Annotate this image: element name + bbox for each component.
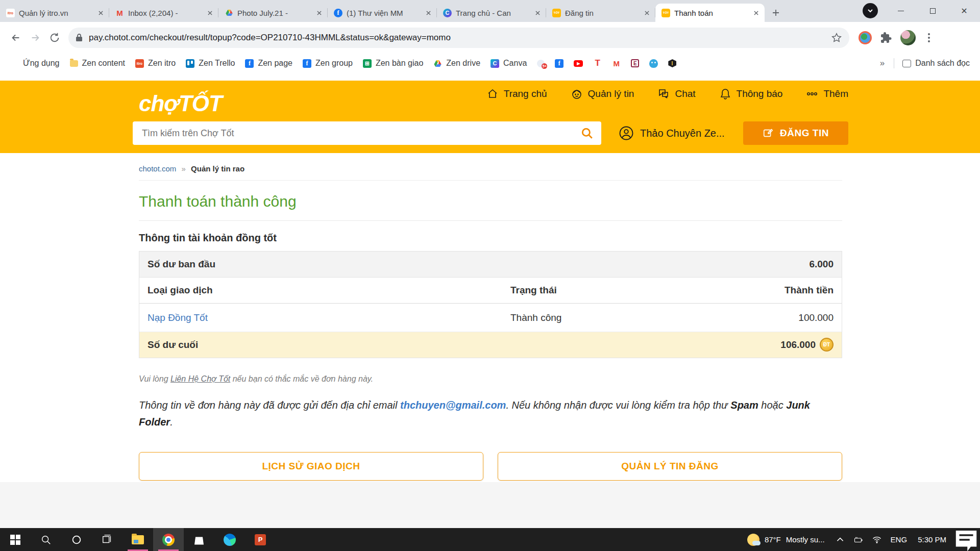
facebook-icon: f [334, 9, 342, 17]
weather-widget[interactable]: 87°F Mostly su... [741, 534, 831, 546]
store-icon [194, 535, 204, 545]
bookmark-apps[interactable]: Ứng dụng [5, 56, 65, 71]
close-icon[interactable] [205, 8, 214, 17]
close-icon[interactable] [751, 8, 761, 17]
tab-gmail-inbox[interactable]: M Inbox (2,204) - [109, 4, 218, 22]
minimize-button[interactable] [885, 0, 917, 22]
bookmark-label: Zen content [82, 59, 126, 68]
cortana-button[interactable] [61, 528, 92, 551]
bookmark-gmail[interactable]: M [607, 56, 626, 71]
bookmark-zen-group[interactable]: f Zen group [298, 56, 358, 71]
chotot-logo[interactable]: chợTỐT [139, 91, 222, 116]
edge-button[interactable] [214, 528, 245, 551]
account-menu[interactable]: Thảo Chuyên Ze... [619, 126, 725, 141]
address-bar[interactable]: pay.chotot.com/checkout/result/topup?cod… [68, 28, 849, 48]
profile-avatar[interactable] [900, 30, 916, 45]
breadcrumb-separator: » [182, 164, 186, 173]
chevron-down-icon[interactable] [863, 3, 878, 18]
browser-menu-icon[interactable] [923, 32, 935, 44]
bookmark-t-site[interactable]: T [588, 56, 607, 71]
search-input[interactable] [133, 128, 573, 139]
breadcrumb-home-link[interactable]: chotot.com [139, 164, 176, 173]
bell-icon [719, 88, 731, 100]
microsoft-store-button[interactable] [184, 528, 214, 551]
breadcrumb: chotot.com » Quản lý tin rao [139, 153, 842, 181]
language-indicator[interactable]: ENG [886, 535, 912, 544]
start-button[interactable] [0, 528, 31, 551]
tab-title: (1) Thư viện MM [347, 9, 420, 17]
dang-tin-button[interactable]: ĐĂNG TIN [743, 121, 848, 145]
tab-facebook-thu-vien[interactable]: f (1) Thư viện MM [328, 4, 437, 22]
bookmark-zen-drive[interactable]: Zen drive [428, 56, 485, 71]
bookmark-zen-itro[interactable]: itro Zen itro [130, 56, 181, 71]
reading-list-icon [902, 60, 911, 67]
site-nav: Trang chủ Quản lý tin Chat Thông báo Thê… [486, 88, 848, 100]
close-icon[interactable] [424, 8, 433, 17]
chrome-button[interactable] [153, 528, 184, 551]
bookmark-zen-trello[interactable]: Zen Trello [181, 56, 240, 71]
weather-sun-cloud-icon [747, 534, 760, 546]
tab-drive-photo[interactable]: Photo July.21 - [218, 4, 328, 22]
table-row-transaction: Nạp Đồng Tốt Thành công 100.000 [139, 304, 842, 332]
nav-chat[interactable]: Chat [657, 88, 695, 100]
transaction-type-link[interactable]: Nạp Đồng Tốt [148, 312, 208, 323]
manage-listings-button[interactable]: QUẢN LÝ TIN ĐĂNG [498, 452, 842, 481]
nav-them[interactable]: Thêm [806, 88, 848, 100]
back-icon[interactable] [6, 28, 26, 47]
search-button[interactable] [573, 121, 601, 145]
taskbar-search-button[interactable] [31, 528, 61, 551]
close-icon[interactable] [642, 8, 651, 17]
forward-icon[interactable] [26, 28, 45, 47]
reload-icon[interactable] [45, 28, 64, 47]
task-view-button[interactable] [92, 528, 122, 551]
clock[interactable]: 5:30 PM [912, 535, 952, 544]
bookmark-label: Zen drive [446, 59, 480, 68]
gmail-icon: M [612, 59, 621, 68]
chat-icon [657, 88, 670, 100]
bookmark-zen-ban-giao[interactable]: ⊞ Zen bàn giao [358, 56, 428, 71]
url-text: pay.chotot.com/checkout/result/topup?cod… [89, 33, 831, 43]
globe-extension-icon[interactable] [859, 31, 872, 44]
nav-quan-ly-tin[interactable]: Quản lý tin [571, 88, 634, 100]
bookmark-facebook[interactable]: f [550, 56, 569, 71]
youtube-icon: ▶ [574, 60, 583, 67]
action-center-button[interactable] [952, 526, 980, 551]
transaction-history-button[interactable]: LỊCH SỬ GIAO DỊCH [139, 452, 483, 481]
tab-quan-ly-itro[interactable]: itro Quản lý itro.vn [0, 4, 109, 22]
close-window-button[interactable]: ✕ [948, 0, 980, 22]
nav-thong-bao[interactable]: Thông báo [719, 88, 783, 100]
close-icon[interactable] [314, 8, 324, 17]
bookmark-cube[interactable] [663, 56, 681, 71]
bookmark-e-site[interactable]: E [626, 56, 644, 71]
bookmark-canva[interactable]: C Canva [485, 56, 532, 71]
contact-link[interactable]: Liên Hệ Chợ Tốt [170, 374, 230, 383]
powerpoint-icon: P [255, 534, 266, 545]
tab-canva-home[interactable]: C Trang chủ - Can [437, 4, 546, 22]
close-icon[interactable] [533, 8, 542, 17]
bookmark-youtube[interactable]: ▶ [569, 56, 588, 71]
tab-dang-tin[interactable]: TỐT Đăng tin [546, 4, 655, 22]
bookmark-gplus[interactable]: 5+ [532, 56, 550, 71]
tray-chevron-up[interactable] [831, 535, 849, 544]
extensions-puzzle-icon[interactable] [880, 32, 892, 44]
nav-trang-chu[interactable]: Trang chủ [486, 88, 547, 100]
battery-indicator[interactable] [849, 535, 868, 544]
tab-thanh-toan-active[interactable]: TỐT Thanh toán [655, 4, 765, 22]
gmail-icon: M [115, 9, 124, 17]
maximize-button[interactable] [917, 0, 948, 22]
bookmark-zen-content[interactable]: Zen content [65, 56, 131, 71]
bookmark-zen-page[interactable]: f Zen page [240, 56, 298, 71]
account-section-heading: Thông tin tài khoản đồng tốt [139, 232, 842, 244]
wifi-indicator[interactable] [868, 535, 886, 544]
email-address[interactable]: thchuyen@gmail.com [400, 399, 506, 411]
close-icon[interactable] [96, 8, 105, 17]
powerpoint-button[interactable]: P [245, 528, 276, 551]
bookmarks-overflow-chevron[interactable]: » [874, 58, 891, 68]
reading-list-button[interactable]: Danh sách đọc [897, 56, 975, 71]
file-explorer-button[interactable] [122, 528, 153, 551]
bookmark-star-icon[interactable] [831, 32, 842, 43]
bookmark-creature[interactable] [644, 56, 663, 71]
col-amount-header: Thành tiền [785, 285, 834, 296]
email-note: Thông tin về đơn hàng này đã được gửi đế… [139, 397, 833, 431]
new-tab-button[interactable] [769, 6, 783, 20]
